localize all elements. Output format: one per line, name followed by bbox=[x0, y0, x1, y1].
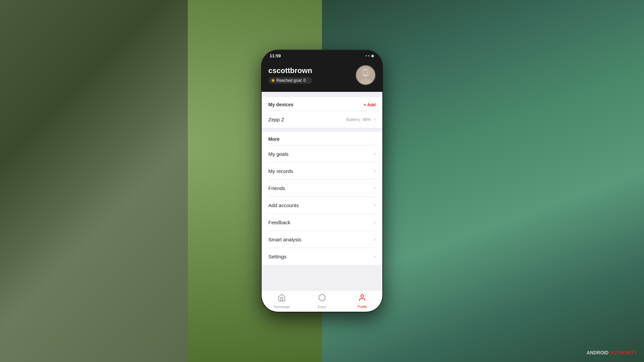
homepage-nav-label: Homepage bbox=[274, 305, 290, 309]
enjoy-icon bbox=[318, 294, 326, 304]
goal-label: Reached goal: 0 bbox=[276, 78, 306, 83]
bottom-nav: Homepage Enjoy Profile bbox=[262, 290, 382, 312]
profile-header: cscottbrown Reached goal: 0 bbox=[262, 61, 382, 92]
phone-content[interactable]: My devices + Add Zepp Z Battery: 98% › M… bbox=[262, 92, 382, 290]
menu-item-settings[interactable]: Settings › bbox=[262, 248, 382, 265]
profile-nav-label: Profile bbox=[358, 305, 367, 309]
friends-label: Friends bbox=[268, 185, 285, 191]
profile-username: cscottbrown bbox=[268, 66, 312, 75]
watermark-authority: AUTHORITY bbox=[610, 350, 637, 355]
menu-item-feedback[interactable]: Feedback › bbox=[262, 214, 382, 231]
my-records-label: My records bbox=[268, 168, 293, 174]
settings-right: › bbox=[374, 253, 376, 259]
my-records-right: › bbox=[374, 168, 376, 174]
nav-item-homepage[interactable]: Homepage bbox=[262, 291, 302, 311]
profile-goal: Reached goal: 0 bbox=[268, 77, 312, 84]
watermark: ANDROID AUTHORITY bbox=[587, 350, 637, 355]
signal-icon: ▪ bbox=[366, 54, 367, 58]
content-spacer bbox=[262, 92, 382, 97]
menu-item-my-goals[interactable]: My goals › bbox=[262, 145, 382, 162]
bench-left bbox=[0, 0, 188, 362]
notch bbox=[302, 50, 342, 60]
wifi-icon: ▪ bbox=[368, 54, 370, 58]
my-goals-chevron-icon: › bbox=[374, 151, 376, 157]
svg-point-1 bbox=[362, 68, 370, 76]
homepage-icon bbox=[278, 294, 286, 304]
feedback-label: Feedback bbox=[268, 220, 290, 225]
settings-label: Settings bbox=[268, 254, 286, 259]
my-records-chevron-icon: › bbox=[374, 168, 376, 174]
menu-item-smart-analysis[interactable]: Smart analysis › bbox=[262, 231, 382, 248]
phone-wrapper: 11:59 ▪ ▪ ◉ cscottbrown Reached goal: 0 bbox=[262, 50, 382, 312]
status-time: 11:59 bbox=[270, 53, 281, 58]
friends-right: › bbox=[374, 185, 376, 191]
smart-analysis-right: › bbox=[374, 236, 376, 242]
goal-dot-icon bbox=[272, 79, 274, 82]
add-accounts-label: Add accounts bbox=[268, 202, 299, 208]
menu-item-friends[interactable]: Friends › bbox=[262, 180, 382, 196]
devices-section: My devices + Add Zepp Z Battery: 98% › bbox=[262, 97, 382, 128]
battery-text: Battery: 98% bbox=[346, 117, 371, 122]
more-section-title: More bbox=[268, 136, 279, 142]
devices-section-title: My devices bbox=[268, 102, 293, 107]
settings-chevron-icon: › bbox=[374, 253, 376, 259]
add-device-button[interactable]: + Add bbox=[364, 102, 376, 107]
my-goals-right: › bbox=[374, 151, 376, 157]
avatar-image bbox=[356, 65, 375, 85]
more-section: More My goals › My records › bbox=[262, 132, 382, 265]
my-goals-label: My goals bbox=[268, 151, 288, 157]
device-chevron-icon: › bbox=[374, 116, 376, 122]
avatar-container bbox=[356, 65, 375, 85]
feedback-right: › bbox=[374, 219, 376, 225]
menu-item-add-accounts[interactable]: Add accounts › bbox=[262, 197, 382, 214]
device-name: Zepp Z bbox=[268, 117, 284, 122]
more-section-header: More bbox=[262, 132, 382, 145]
friends-chevron-icon: › bbox=[374, 185, 376, 191]
nav-item-profile[interactable]: Profile bbox=[342, 291, 382, 311]
device-zepp-z[interactable]: Zepp Z Battery: 98% › bbox=[262, 111, 382, 128]
status-icons: ▪ ▪ ◉ bbox=[366, 54, 374, 58]
menu-item-my-records[interactable]: My records › bbox=[262, 163, 382, 179]
add-accounts-right: › bbox=[374, 202, 376, 208]
smart-analysis-label: Smart analysis bbox=[268, 237, 301, 242]
profile-info: cscottbrown Reached goal: 0 bbox=[268, 66, 312, 84]
smart-analysis-chevron-icon: › bbox=[374, 236, 376, 242]
avatar[interactable] bbox=[356, 65, 376, 85]
add-accounts-chevron-icon: › bbox=[374, 202, 376, 208]
nav-item-enjoy[interactable]: Enjoy bbox=[302, 291, 342, 311]
profile-icon bbox=[358, 294, 366, 304]
svg-point-6 bbox=[361, 295, 364, 297]
battery-icon: ◉ bbox=[371, 54, 374, 58]
phone: 11:59 ▪ ▪ ◉ cscottbrown Reached goal: 0 bbox=[262, 50, 382, 312]
feedback-chevron-icon: › bbox=[374, 219, 376, 225]
watermark-android: ANDROID bbox=[587, 350, 608, 355]
device-right: Battery: 98% › bbox=[346, 116, 376, 122]
enjoy-nav-label: Enjoy bbox=[318, 305, 326, 309]
devices-section-header: My devices + Add bbox=[262, 97, 382, 111]
